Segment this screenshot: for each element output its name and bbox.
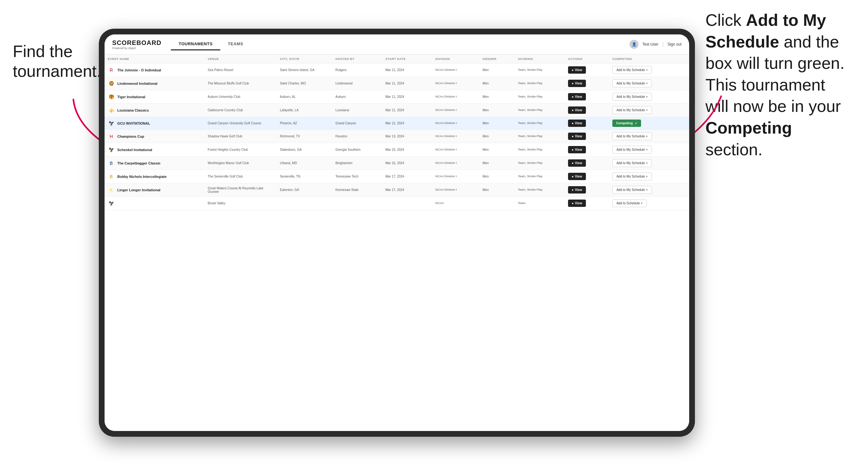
add-to-schedule-button[interactable]: Add to Schedule +: [612, 199, 647, 207]
eye-icon: ●: [572, 148, 574, 151]
date-cell: Mar 11, 2024: [382, 103, 432, 117]
table-row: 🦅 Brook ValleyNCAATeam, ● View Add to Sc…: [104, 197, 689, 210]
add-to-schedule-button[interactable]: Add to My Schedule +: [612, 186, 652, 194]
col-header-event: EVENT NAME: [104, 55, 205, 63]
event-name: Linger Longer Invitational: [117, 188, 160, 192]
competing-cell: Add to My Schedule +: [609, 157, 689, 170]
scoring-cell: Team, Stroke Play: [515, 170, 565, 183]
event-name: The Johnnie - O Individual: [117, 68, 161, 72]
gender-cell: Men: [479, 157, 515, 170]
city-cell: Saint Simons Island, GA: [277, 63, 332, 77]
add-to-schedule-button[interactable]: Add to My Schedule +: [612, 93, 652, 101]
venue-cell: Forest Heights Country Club: [205, 143, 277, 157]
actions-cell: ● View: [565, 157, 609, 170]
team-logo: R: [108, 67, 115, 74]
view-button[interactable]: ● View: [568, 120, 586, 127]
table-row: 🦁 Lindenwood Invitational The Missouri B…: [104, 77, 689, 90]
logo-sub: Powered by clippd: [112, 46, 161, 50]
view-button[interactable]: ● View: [568, 199, 586, 207]
date-cell: Mar 17, 2024: [382, 183, 432, 197]
col-header-division: DIVISION: [432, 55, 479, 63]
add-to-schedule-button[interactable]: Add to My Schedule +: [612, 132, 652, 140]
division-cell: NCAA Division I: [432, 77, 479, 90]
col-header-city: CITY, STATE: [277, 55, 332, 63]
col-header-date: START DATE: [382, 55, 432, 63]
actions-cell: ● View: [565, 117, 609, 130]
eye-icon: ●: [572, 161, 574, 165]
view-button[interactable]: ● View: [568, 80, 586, 87]
table-row: B Bobby Nichols Intercollegiate The Sevi…: [104, 170, 689, 183]
team-logo: 🦅: [108, 200, 115, 207]
date-cell: Mar 11, 2024: [382, 77, 432, 90]
tab-teams[interactable]: TEAMS: [220, 38, 251, 50]
competing-cell: Add to My Schedule +: [609, 143, 689, 157]
tournaments-table-container: EVENT NAME VENUE CITY, STATE HOSTED BY S…: [104, 55, 689, 431]
gender-cell: Men: [479, 117, 515, 130]
table-row: ⚜️ Louisiana Classics Oakbourne Country …: [104, 103, 689, 117]
add-to-schedule-button[interactable]: Add to My Schedule +: [612, 159, 652, 167]
gender-cell: Men: [479, 77, 515, 90]
event-name-cell: H Champions Cup: [104, 130, 205, 143]
sign-out-link[interactable]: Sign out: [668, 42, 682, 46]
gender-cell: Men: [479, 103, 515, 117]
event-name-cell: 🐯 Tiger Invitational: [104, 90, 205, 103]
event-name-cell: 🦁 Lindenwood Invitational: [104, 77, 205, 90]
hosted-by-cell: Kennesaw State: [332, 183, 382, 197]
hosted-by-cell: Binghamton: [332, 157, 382, 170]
date-cell: Mar 12, 2024: [382, 117, 432, 130]
add-to-schedule-button[interactable]: Add to My Schedule +: [612, 146, 652, 154]
date-cell: Mar 11, 2024: [382, 63, 432, 77]
add-to-schedule-button[interactable]: Add to My Schedule +: [612, 66, 652, 74]
scoring-cell: Team, Stroke Play: [515, 103, 565, 117]
city-cell: Eatonton, GA: [277, 183, 332, 197]
city-cell: Sevierville, TN: [277, 170, 332, 183]
division-cell: NCAA Division I: [432, 103, 479, 117]
view-button[interactable]: ● View: [568, 159, 586, 167]
view-button[interactable]: ● View: [568, 133, 586, 140]
view-button[interactable]: ● View: [568, 106, 586, 114]
gender-cell: Men: [479, 90, 515, 103]
check-icon: ✓: [635, 121, 637, 125]
add-to-schedule-button[interactable]: Add to My Schedule +: [612, 173, 652, 180]
view-button[interactable]: ● View: [568, 186, 586, 193]
tournaments-table: EVENT NAME VENUE CITY, STATE HOSTED BY S…: [104, 55, 689, 210]
nav-tabs: TOURNAMENTS TEAMS: [171, 38, 629, 50]
event-name-cell: B The Carpetbagger Classic: [104, 157, 205, 170]
division-cell: NCAA Division I: [432, 157, 479, 170]
annotation-left: Find thetournament.: [13, 41, 101, 81]
add-to-schedule-button[interactable]: Add to My Schedule +: [612, 106, 652, 114]
eye-icon: ●: [572, 82, 574, 85]
event-name-cell: ⚜️ Louisiana Classics: [104, 103, 205, 117]
venue-cell: Great Waters Course At Reynolds Lake Oco…: [205, 183, 277, 197]
team-logo: ⚜️: [108, 107, 115, 114]
view-button[interactable]: ● View: [568, 93, 586, 100]
add-to-schedule-button[interactable]: Add to My Schedule +: [612, 80, 652, 87]
team-logo: 🦅: [108, 120, 115, 127]
hosted-by-cell: Georgia Southern: [332, 143, 382, 157]
hosted-by-cell: Grand Canyon: [332, 117, 382, 130]
hosted-by-cell: Louisiana: [332, 103, 382, 117]
event-name: Louisiana Classics: [117, 108, 149, 112]
gender-cell: Men: [479, 63, 515, 77]
tab-tournaments[interactable]: TOURNAMENTS: [171, 38, 220, 50]
actions-cell: ● View: [565, 183, 609, 197]
view-button[interactable]: ● View: [568, 146, 586, 153]
competing-cell: Add to My Schedule +: [609, 183, 689, 197]
event-name-cell: 🦅 Schenkel Invitational: [104, 143, 205, 157]
scoring-cell: Team, Stroke Play: [515, 77, 565, 90]
hosted-by-cell: Auburn: [332, 90, 382, 103]
competing-button[interactable]: Competing ✓: [612, 120, 641, 127]
competing-cell: Add to My Schedule +: [609, 103, 689, 117]
eye-icon: ●: [572, 68, 574, 72]
gender-cell: Men: [479, 143, 515, 157]
view-button[interactable]: ● View: [568, 66, 586, 74]
tablet-device: SCOREBOARD Powered by clippd TOURNAMENTS…: [99, 29, 695, 437]
competing-cell: Add to My Schedule +: [609, 170, 689, 183]
hosted-by-cell: Houston: [332, 130, 382, 143]
table-row: 🦅 Schenkel Invitational Forest Heights C…: [104, 143, 689, 157]
hosted-by-cell: Lindenwood: [332, 77, 382, 90]
competing-cell: Add to My Schedule +: [609, 130, 689, 143]
view-button[interactable]: ● View: [568, 173, 586, 180]
col-header-scoring: SCORING: [515, 55, 565, 63]
user-text: Test User: [642, 42, 658, 46]
